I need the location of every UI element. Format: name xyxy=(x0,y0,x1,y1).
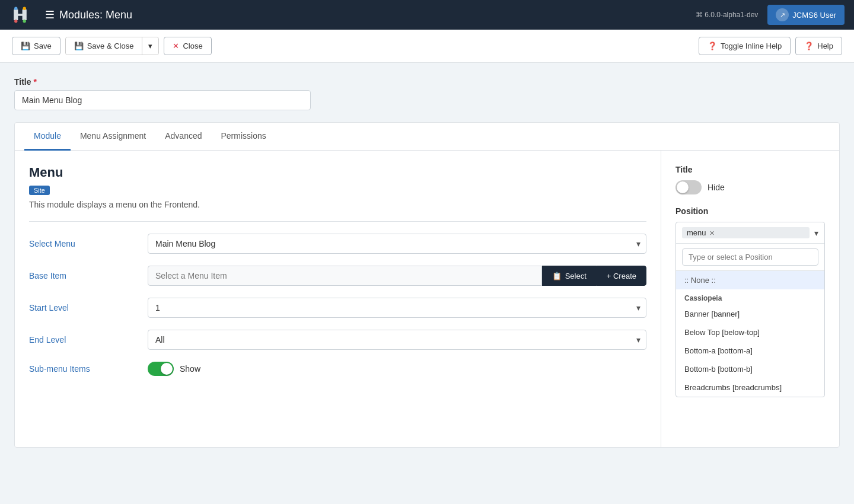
tab-module[interactable]: Module xyxy=(24,123,71,151)
tab-advanced[interactable]: Advanced xyxy=(155,123,211,151)
position-option-below-top[interactable]: Below Top [below-top] xyxy=(676,323,824,342)
top-navigation: ☰ Modules: Menu ⌘ 6.0.0-alpha1-dev ↗ JCM… xyxy=(0,0,854,30)
required-indicator: * xyxy=(33,77,36,87)
position-option-none[interactable]: :: None :: xyxy=(676,271,824,289)
start-level-control: 1 ▾ xyxy=(148,298,646,318)
position-section: Position menu × ▾ xyxy=(675,206,825,397)
position-selected-row: menu × ▾ xyxy=(676,222,824,244)
base-item-row: Base Item 📋 Select + Create xyxy=(29,266,646,286)
question-circle-icon: ❓ xyxy=(708,42,717,50)
sub-menu-toggle-label: Show xyxy=(180,364,200,374)
start-level-row: Start Level 1 ▾ xyxy=(29,298,646,318)
module-name: Menu xyxy=(29,165,646,180)
base-item-input[interactable] xyxy=(148,266,542,286)
position-dropdown-list: :: None :: Cassiopeia Banner [banner] Be… xyxy=(676,271,824,397)
svg-point-2 xyxy=(23,7,26,10)
position-tag-remove[interactable]: × xyxy=(710,229,715,237)
title-label: Title * xyxy=(14,77,840,87)
select-menu-wrapper: Main Menu Blog ▾ xyxy=(148,234,646,254)
divider xyxy=(29,221,646,222)
position-option-banner[interactable]: Banner [banner] xyxy=(676,305,824,323)
select-button-label: Select xyxy=(565,272,587,280)
sub-menu-toggle-wrapper: Show xyxy=(148,362,646,376)
position-dropdown-arrow-icon[interactable]: ▾ xyxy=(814,228,818,238)
svg-point-1 xyxy=(14,7,17,10)
close-icon: ✕ xyxy=(173,42,179,50)
position-selected-value: menu xyxy=(687,228,706,237)
position-tag: menu × xyxy=(682,227,810,238)
position-option-breadcrumbs[interactable]: Breadcrumbs [breadcrumbs] xyxy=(676,378,824,397)
title-toggle-thumb xyxy=(677,181,689,193)
sub-menu-items-row: Sub-menu Items Show xyxy=(29,362,646,376)
select-menu-row: Select Menu Main Menu Blog ▾ xyxy=(29,234,646,254)
panel-body: Menu Site This module displays a menu on… xyxy=(15,151,839,447)
end-level-dropdown[interactable]: All xyxy=(148,330,646,350)
modules-icon: ☰ xyxy=(45,8,55,21)
title-right-label: Title xyxy=(675,165,825,174)
page-title-header: ☰ Modules: Menu xyxy=(45,8,696,21)
svg-point-4 xyxy=(23,20,26,23)
help-button[interactable]: ❓ Help xyxy=(795,37,842,55)
content-area: Title * Module Menu Assignment Advanced … xyxy=(0,63,854,448)
create-menu-item-button[interactable]: + Create xyxy=(597,266,646,286)
sub-menu-items-control: Show xyxy=(148,362,646,376)
position-group-cassiopeia: Cassiopeia xyxy=(676,289,824,305)
toggle-help-label: Toggle Inline Help xyxy=(721,42,782,50)
tab-menu-assignment[interactable]: Menu Assignment xyxy=(71,123,155,151)
sub-menu-items-toggle[interactable] xyxy=(148,362,174,376)
save-button[interactable]: 💾 Save xyxy=(12,37,60,55)
select-menu-dropdown[interactable]: Main Menu Blog xyxy=(148,234,646,254)
nav-right: ⌘ 6.0.0-alpha1-dev ↗ JCMS6 User xyxy=(696,5,845,25)
start-level-label: Start Level xyxy=(29,303,148,312)
save-label: Save xyxy=(34,42,52,50)
save-close-group: 💾 Save & Close ▾ xyxy=(65,37,160,55)
save-dropdown-button[interactable]: ▾ xyxy=(142,37,158,55)
base-item-input-group: 📋 Select + Create xyxy=(148,266,646,286)
module-description: This module displays a menu on the Front… xyxy=(29,200,646,209)
tabs-container: Module Menu Assignment Advanced Permissi… xyxy=(14,122,840,448)
sub-menu-items-label: Sub-menu Items xyxy=(29,364,148,374)
tabs-header: Module Menu Assignment Advanced Permissi… xyxy=(15,123,839,151)
panel-left: Menu Site This module displays a menu on… xyxy=(15,151,661,447)
title-input[interactable] xyxy=(14,90,311,110)
tab-permissions[interactable]: Permissions xyxy=(212,123,276,151)
joomla-logo xyxy=(9,4,31,25)
header-title: Modules: Menu xyxy=(59,9,132,21)
help-icon: ❓ xyxy=(804,42,814,50)
select-menu-label: Select Menu xyxy=(29,239,148,248)
save-close-icon: 💾 xyxy=(74,42,84,50)
end-level-label: End Level xyxy=(29,335,148,344)
chevron-down-icon: ▾ xyxy=(148,42,152,50)
end-level-wrapper: All ▾ xyxy=(148,330,646,350)
app-version: ⌘ 6.0.0-alpha1-dev xyxy=(696,11,758,19)
save-close-button[interactable]: 💾 Save & Close xyxy=(66,37,142,55)
base-item-control: 📋 Select + Create xyxy=(148,266,646,286)
panel-right: Title Hide Position menu × xyxy=(661,151,839,447)
toolbar: 💾 Save 💾 Save & Close ▾ ✕ Close ❓ Toggle… xyxy=(0,30,854,63)
title-toggle-row: Hide xyxy=(675,180,825,194)
user-menu-button[interactable]: ↗ JCMS6 User xyxy=(767,5,845,25)
site-badge: Site xyxy=(29,186,50,195)
user-label: JCMS6 User xyxy=(792,11,836,20)
start-level-dropdown[interactable]: 1 xyxy=(148,298,646,318)
toggle-inline-help-button[interactable]: ❓ Toggle Inline Help xyxy=(699,37,791,55)
select-icon: 📋 xyxy=(552,272,562,280)
title-visibility-toggle[interactable] xyxy=(675,180,702,194)
position-option-bottom-a[interactable]: Bottom-a [bottom-a] xyxy=(676,342,824,360)
close-label: Close xyxy=(183,42,202,50)
user-icon: ↗ xyxy=(776,8,789,21)
position-select-box: menu × ▾ :: None :: xyxy=(675,222,825,397)
toolbar-right: ❓ Toggle Inline Help ❓ Help xyxy=(699,37,842,55)
close-button[interactable]: ✕ Close xyxy=(164,37,211,55)
toggle-thumb xyxy=(161,363,173,375)
position-label: Position xyxy=(675,206,825,216)
position-option-bottom-b[interactable]: Bottom-b [bottom-b] xyxy=(676,360,824,378)
end-level-control: All ▾ xyxy=(148,330,646,350)
position-search xyxy=(676,244,824,271)
toolbar-left: 💾 Save 💾 Save & Close ▾ ✕ Close xyxy=(12,37,694,55)
position-search-input[interactable] xyxy=(682,248,818,266)
start-level-wrapper: 1 ▾ xyxy=(148,298,646,318)
save-close-label: Save & Close xyxy=(87,42,134,50)
select-menu-item-button[interactable]: 📋 Select xyxy=(542,266,597,286)
end-level-row: End Level All ▾ xyxy=(29,330,646,350)
